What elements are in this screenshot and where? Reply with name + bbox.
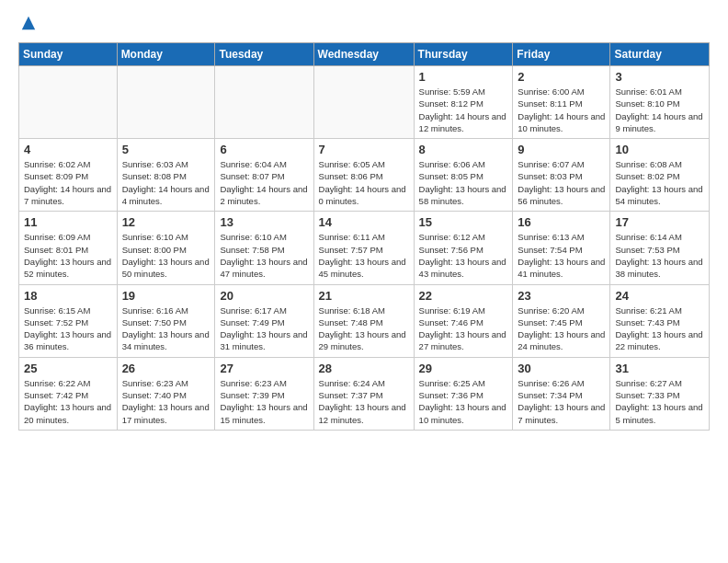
calendar-cell: 13Sunrise: 6:10 AMSunset: 7:58 PMDayligh…	[215, 212, 313, 284]
calendar-week-row: 11Sunrise: 6:09 AMSunset: 8:01 PMDayligh…	[19, 212, 710, 284]
calendar-week-row: 25Sunrise: 6:22 AMSunset: 7:42 PMDayligh…	[19, 357, 710, 430]
weekday-header-monday: Monday	[117, 43, 215, 66]
day-number: 17	[615, 215, 704, 229]
day-info: Sunrise: 6:27 AMSunset: 7:33 PMDaylight:…	[615, 377, 704, 426]
calendar-cell: 21Sunrise: 6:18 AMSunset: 7:48 PMDayligh…	[313, 284, 414, 357]
day-number: 30	[518, 362, 605, 375]
day-info: Sunrise: 6:07 AMSunset: 8:03 PMDaylight:…	[518, 158, 605, 207]
day-number: 21	[319, 289, 409, 303]
day-info: Sunrise: 6:11 AMSunset: 7:57 PMDaylight:…	[319, 231, 409, 280]
day-number: 5	[122, 143, 210, 156]
day-number: 23	[518, 289, 605, 303]
calendar-cell: 8Sunrise: 6:06 AMSunset: 8:05 PMDaylight…	[414, 139, 513, 212]
day-number: 29	[419, 362, 508, 375]
day-number: 8	[419, 143, 508, 156]
calendar-header-row: SundayMondayTuesdayWednesdayThursdayFrid…	[19, 43, 710, 66]
day-number: 25	[24, 362, 112, 375]
day-info: Sunrise: 6:17 AMSunset: 7:49 PMDaylight:…	[220, 304, 308, 353]
day-info: Sunrise: 6:21 AMSunset: 7:43 PMDaylight:…	[615, 304, 704, 353]
calendar-cell: 28Sunrise: 6:24 AMSunset: 7:37 PMDayligh…	[313, 357, 414, 430]
day-info: Sunrise: 6:03 AMSunset: 8:08 PMDaylight:…	[122, 158, 210, 207]
calendar-cell: 11Sunrise: 6:09 AMSunset: 8:01 PMDayligh…	[19, 212, 118, 284]
day-info: Sunrise: 6:23 AMSunset: 7:40 PMDaylight:…	[122, 377, 210, 426]
calendar-cell: 27Sunrise: 6:23 AMSunset: 7:39 PMDayligh…	[215, 357, 313, 430]
day-info: Sunrise: 6:08 AMSunset: 8:02 PMDaylight:…	[615, 158, 704, 207]
day-info: Sunrise: 6:19 AMSunset: 7:46 PMDaylight:…	[419, 304, 508, 353]
day-info: Sunrise: 6:04 AMSunset: 8:07 PMDaylight:…	[220, 158, 308, 207]
calendar-cell: 20Sunrise: 6:17 AMSunset: 7:49 PMDayligh…	[215, 284, 313, 357]
day-info: Sunrise: 6:16 AMSunset: 7:50 PMDaylight:…	[122, 304, 210, 353]
day-number: 7	[319, 143, 409, 156]
calendar-cell: 19Sunrise: 6:16 AMSunset: 7:50 PMDayligh…	[117, 284, 215, 357]
day-info: Sunrise: 6:06 AMSunset: 8:05 PMDaylight:…	[419, 158, 508, 207]
day-number: 31	[615, 362, 704, 375]
day-info: Sunrise: 6:13 AMSunset: 7:54 PMDaylight:…	[518, 231, 605, 280]
day-info: Sunrise: 6:25 AMSunset: 7:36 PMDaylight:…	[419, 377, 508, 426]
day-number: 27	[220, 362, 308, 375]
day-number: 4	[24, 143, 112, 156]
day-info: Sunrise: 6:05 AMSunset: 8:06 PMDaylight:…	[319, 158, 409, 207]
calendar-cell	[19, 66, 118, 139]
calendar-cell: 18Sunrise: 6:15 AMSunset: 7:52 PMDayligh…	[19, 284, 118, 357]
calendar-cell: 9Sunrise: 6:07 AMSunset: 8:03 PMDaylight…	[513, 139, 610, 212]
calendar-cell: 31Sunrise: 6:27 AMSunset: 7:33 PMDayligh…	[610, 357, 710, 430]
day-info: Sunrise: 6:14 AMSunset: 7:53 PMDaylight:…	[615, 231, 704, 280]
day-number: 20	[220, 289, 308, 303]
calendar-cell: 16Sunrise: 6:13 AMSunset: 7:54 PMDayligh…	[513, 212, 610, 284]
day-number: 15	[419, 215, 508, 229]
calendar-cell: 12Sunrise: 6:10 AMSunset: 8:00 PMDayligh…	[117, 212, 215, 284]
day-info: Sunrise: 6:12 AMSunset: 7:56 PMDaylight:…	[419, 231, 508, 280]
day-number: 18	[24, 289, 112, 303]
calendar-cell: 29Sunrise: 6:25 AMSunset: 7:36 PMDayligh…	[414, 357, 513, 430]
day-number: 10	[615, 143, 704, 156]
day-number: 3	[615, 70, 704, 84]
calendar-cell: 22Sunrise: 6:19 AMSunset: 7:46 PMDayligh…	[414, 284, 513, 357]
weekday-header-saturday: Saturday	[610, 43, 710, 66]
day-number: 12	[122, 215, 210, 229]
day-number: 6	[220, 143, 308, 156]
calendar-week-row: 4Sunrise: 6:02 AMSunset: 8:09 PMDaylight…	[19, 139, 710, 212]
weekday-header-friday: Friday	[513, 43, 610, 66]
calendar-week-row: 1Sunrise: 5:59 AMSunset: 8:12 PMDaylight…	[19, 66, 710, 139]
calendar-cell	[215, 66, 313, 139]
calendar-cell: 5Sunrise: 6:03 AMSunset: 8:08 PMDaylight…	[117, 139, 215, 212]
day-number: 14	[319, 215, 409, 229]
calendar-cell: 25Sunrise: 6:22 AMSunset: 7:42 PMDayligh…	[19, 357, 118, 430]
day-info: Sunrise: 6:26 AMSunset: 7:34 PMDaylight:…	[518, 377, 605, 426]
header	[18, 15, 710, 31]
day-info: Sunrise: 6:10 AMSunset: 8:00 PMDaylight:…	[122, 231, 210, 280]
calendar-cell: 2Sunrise: 6:00 AMSunset: 8:11 PMDaylight…	[513, 66, 610, 139]
calendar-table: SundayMondayTuesdayWednesdayThursdayFrid…	[18, 42, 710, 431]
day-info: Sunrise: 6:02 AMSunset: 8:09 PMDaylight:…	[24, 158, 112, 207]
page: SundayMondayTuesdayWednesdayThursdayFrid…	[0, 0, 728, 445]
svg-marker-0	[22, 17, 35, 29]
weekday-header-sunday: Sunday	[19, 43, 118, 66]
weekday-header-tuesday: Tuesday	[215, 43, 313, 66]
day-number: 11	[24, 215, 112, 229]
day-info: Sunrise: 6:23 AMSunset: 7:39 PMDaylight:…	[220, 377, 308, 426]
day-number: 28	[319, 362, 409, 375]
calendar-cell: 17Sunrise: 6:14 AMSunset: 7:53 PMDayligh…	[610, 212, 710, 284]
day-info: Sunrise: 6:15 AMSunset: 7:52 PMDaylight:…	[24, 304, 112, 353]
day-number: 13	[220, 215, 308, 229]
day-number: 9	[518, 143, 605, 156]
day-info: Sunrise: 6:00 AMSunset: 8:11 PMDaylight:…	[518, 86, 605, 134]
calendar-cell: 6Sunrise: 6:04 AMSunset: 8:07 PMDaylight…	[215, 139, 313, 212]
calendar-cell	[117, 66, 215, 139]
day-info: Sunrise: 6:24 AMSunset: 7:37 PMDaylight:…	[319, 377, 409, 426]
calendar-cell: 4Sunrise: 6:02 AMSunset: 8:09 PMDaylight…	[19, 139, 118, 212]
day-number: 26	[122, 362, 210, 375]
logo-icon	[20, 15, 37, 31]
calendar-cell: 14Sunrise: 6:11 AMSunset: 7:57 PMDayligh…	[313, 212, 414, 284]
logo	[18, 15, 37, 31]
day-number: 24	[615, 289, 704, 303]
day-number: 1	[419, 70, 508, 84]
calendar-cell: 7Sunrise: 6:05 AMSunset: 8:06 PMDaylight…	[313, 139, 414, 212]
weekday-header-thursday: Thursday	[414, 43, 513, 66]
day-number: 16	[518, 215, 605, 229]
calendar-cell: 1Sunrise: 5:59 AMSunset: 8:12 PMDaylight…	[414, 66, 513, 139]
calendar-cell: 15Sunrise: 6:12 AMSunset: 7:56 PMDayligh…	[414, 212, 513, 284]
day-info: Sunrise: 6:10 AMSunset: 7:58 PMDaylight:…	[220, 231, 308, 280]
calendar-cell: 26Sunrise: 6:23 AMSunset: 7:40 PMDayligh…	[117, 357, 215, 430]
day-info: Sunrise: 6:18 AMSunset: 7:48 PMDaylight:…	[319, 304, 409, 353]
